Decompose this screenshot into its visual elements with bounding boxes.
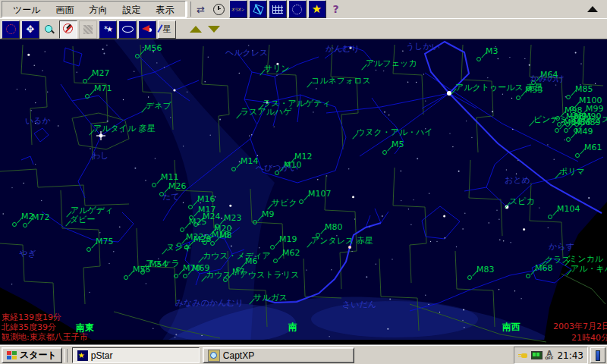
start-button[interactable]: スタート xyxy=(2,347,62,363)
task-button-CaptXP[interactable]: CaptXP xyxy=(203,347,354,363)
task-button-pStar[interactable]: pStar xyxy=(72,347,200,363)
ico-captxp xyxy=(208,350,220,362)
ico-pstar xyxy=(77,350,88,361)
task-label: pStar xyxy=(91,350,113,361)
taskbar-separator xyxy=(64,349,68,362)
desktop-icon xyxy=(596,350,600,361)
taskbar: スタート pStarCaptXP AOFF 21:43 xyxy=(0,345,607,364)
pstar-app-window: { "menu": { "items": ["ツール", "画面", "方向",… xyxy=(0,0,607,364)
ime-a-off-icon[interactable]: AOFF xyxy=(545,351,553,360)
start-label: スタート xyxy=(20,349,57,362)
task-label: CaptXP xyxy=(223,350,254,361)
power-plug-icon[interactable] xyxy=(518,352,529,359)
sky-chart-graphics xyxy=(0,1,607,364)
tray-clock[interactable]: 21:43 xyxy=(557,350,583,361)
system-tray: AOFF 21:43 xyxy=(514,347,588,364)
windows-logo-icon xyxy=(7,351,17,360)
show-desktop-button[interactable] xyxy=(590,347,605,363)
task-button-area: pStarCaptXP xyxy=(69,347,354,363)
sky-chart[interactable]: M56M27M71M3M64M53M85M100M98M99M88M91M90M… xyxy=(0,39,607,346)
battery-icon[interactable] xyxy=(531,351,543,359)
